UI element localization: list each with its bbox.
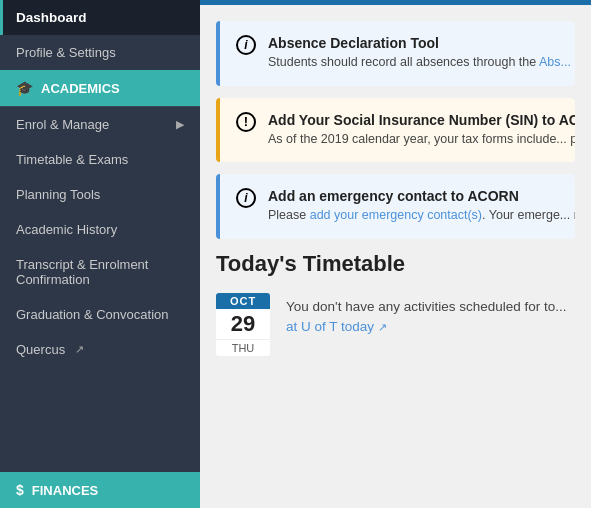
notification-absence-body: Students should record all absences thro… bbox=[268, 54, 571, 72]
notification-sin-content: Add Your Social Insurance Number (SIN) t… bbox=[268, 112, 575, 149]
external-link-icon: ↗ bbox=[75, 343, 84, 356]
timetable-text: You don't have any activities scheduled … bbox=[286, 293, 567, 338]
timetable-title: Today's Timetable bbox=[216, 251, 575, 277]
finances-label: FINANCES bbox=[32, 483, 98, 498]
enrol-label: Enrol & Manage bbox=[16, 117, 109, 132]
sidebar-item-dashboard[interactable]: Dashboard bbox=[0, 0, 200, 35]
date-dow: THU bbox=[216, 339, 270, 356]
info-icon-absence: i bbox=[236, 35, 256, 55]
graduation-label: Graduation & Convocation bbox=[16, 307, 168, 322]
notification-absence: i Absence Declaration Tool Students shou… bbox=[216, 21, 575, 86]
timetable-section: Today's Timetable OCT 29 THU You don't h… bbox=[216, 251, 575, 356]
info-icon-emergency: i bbox=[236, 188, 256, 208]
external-link-icon-uoft: ↗ bbox=[378, 321, 387, 333]
notification-sin: ! Add Your Social Insurance Number (SIN)… bbox=[216, 98, 575, 163]
sidebar-item-timetable[interactable]: Timetable & Exams bbox=[0, 142, 200, 177]
sidebar-item-graduation[interactable]: Graduation & Convocation bbox=[0, 297, 200, 332]
at-uoft-text: at U of T today ↗ bbox=[286, 317, 567, 337]
notification-sin-body: As of the 2019 calendar year, your tax f… bbox=[268, 131, 575, 149]
emergency-contact-link[interactable]: add your emergency contact(s) bbox=[310, 208, 482, 222]
notification-emergency-content: Add an emergency contact to ACORN Please… bbox=[268, 188, 575, 225]
absence-link[interactable]: Abs... bbox=[539, 55, 571, 69]
profile-label: Profile & Settings bbox=[16, 45, 116, 60]
date-badge: OCT 29 THU bbox=[216, 293, 270, 356]
dashboard-label: Dashboard bbox=[16, 10, 87, 25]
sidebar-item-profile[interactable]: Profile & Settings bbox=[0, 35, 200, 70]
planning-label: Planning Tools bbox=[16, 187, 100, 202]
sidebar-item-transcript[interactable]: Transcript & Enrolment Confirmation bbox=[0, 247, 200, 297]
date-day: 29 bbox=[216, 309, 270, 339]
sidebar-item-enrol[interactable]: Enrol & Manage ▶ bbox=[0, 107, 200, 142]
sidebar-item-quercus[interactable]: Quercus ↗ bbox=[0, 332, 200, 367]
at-uoft-link[interactable]: at U of T today ↗ bbox=[286, 319, 387, 334]
transcript-label: Transcript & Enrolment Confirmation bbox=[16, 257, 184, 287]
finances-icon: $ bbox=[16, 482, 24, 498]
notification-emergency-body: Please add your emergency contact(s). Yo… bbox=[268, 207, 575, 225]
sidebar-item-academic-history[interactable]: Academic History bbox=[0, 212, 200, 247]
sidebar: Dashboard Profile & Settings 🎓 ACADEMICS… bbox=[0, 0, 200, 508]
academic-history-label: Academic History bbox=[16, 222, 117, 237]
academics-section-header[interactable]: 🎓 ACADEMICS bbox=[0, 70, 200, 106]
timetable-row: OCT 29 THU You don't have any activities… bbox=[216, 293, 575, 356]
main-content: i Absence Declaration Tool Students shou… bbox=[200, 0, 591, 508]
finances-section-header[interactable]: $ FINANCES bbox=[0, 472, 200, 508]
notification-emergency: i Add an emergency contact to ACORN Plea… bbox=[216, 174, 575, 239]
sidebar-item-planning[interactable]: Planning Tools bbox=[0, 177, 200, 212]
warning-icon-sin: ! bbox=[236, 112, 256, 132]
content-area: i Absence Declaration Tool Students shou… bbox=[200, 5, 591, 372]
notification-absence-title: Absence Declaration Tool bbox=[268, 35, 571, 51]
notification-emergency-title: Add an emergency contact to ACORN bbox=[268, 188, 575, 204]
chevron-right-icon: ▶ bbox=[176, 118, 184, 131]
timetable-label: Timetable & Exams bbox=[16, 152, 128, 167]
notification-absence-content: Absence Declaration Tool Students should… bbox=[268, 35, 571, 72]
quercus-label: Quercus bbox=[16, 342, 65, 357]
academics-label: ACADEMICS bbox=[41, 81, 120, 96]
academics-icon: 🎓 bbox=[16, 80, 33, 96]
date-month: OCT bbox=[216, 293, 270, 309]
notification-sin-title: Add Your Social Insurance Number (SIN) t… bbox=[268, 112, 575, 128]
no-activities-text: You don't have any activities scheduled … bbox=[286, 297, 567, 317]
